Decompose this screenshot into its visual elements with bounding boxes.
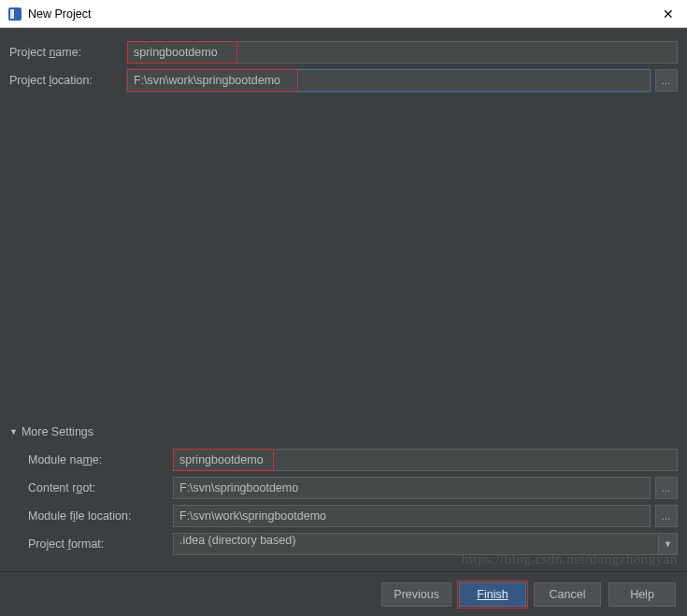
row-project-location: Project location: …: [0, 66, 687, 94]
module-name-input[interactable]: [274, 449, 678, 471]
project-location-input[interactable]: [298, 69, 651, 92]
label-project-location: Project location:: [9, 74, 127, 87]
dialog-body: Project name: Project location: … ▼ More…: [0, 28, 687, 616]
label-project-format: Project format:: [28, 537, 173, 551]
label-module-file-location: Module file location:: [28, 509, 173, 523]
expand-triangle-icon: ▼: [9, 427, 18, 437]
titlebar: New Project ✕: [0, 0, 687, 28]
titlebar-left: New Project: [7, 7, 91, 21]
label-content-root: Content root:: [28, 481, 173, 494]
row-content-root: Content root: …: [9, 474, 678, 502]
module-file-location-input[interactable]: [173, 505, 651, 527]
browse-content-root-button[interactable]: …: [655, 477, 678, 499]
more-settings-section: ▼ More Settings Module name: Content roo…: [0, 422, 687, 567]
more-settings-toggle[interactable]: ▼ More Settings: [9, 422, 678, 446]
row-project-name: Project name:: [0, 28, 687, 66]
close-icon[interactable]: ✕: [657, 7, 680, 21]
app-icon: [7, 7, 22, 21]
row-module-file-location: Module file location: …: [9, 502, 678, 530]
module-name-input-hl[interactable]: [173, 449, 274, 471]
svg-rect-1: [10, 9, 14, 19]
previous-button[interactable]: Previous: [381, 582, 451, 607]
browse-module-file-button[interactable]: …: [655, 505, 678, 527]
finish-button[interactable]: Finish: [459, 582, 526, 607]
label-project-name: Project name:: [9, 46, 127, 59]
row-project-format: Project format: .idea (directory based) …: [9, 530, 678, 558]
browse-location-button[interactable]: …: [655, 69, 678, 92]
previous-button-label: Previous: [394, 588, 439, 601]
cancel-button[interactable]: Cancel: [534, 582, 601, 607]
project-location-input-hl[interactable]: [127, 69, 298, 92]
more-settings-label: More Settings: [21, 425, 93, 438]
finish-button-label: Finish: [477, 588, 508, 601]
project-format-select[interactable]: .idea (directory based) ▼: [173, 533, 678, 555]
project-name-input-ext[interactable]: [237, 41, 678, 64]
window-title: New Project: [28, 7, 91, 21]
help-button-label: Help: [630, 588, 654, 601]
chevron-down-icon: ▼: [659, 533, 678, 555]
button-bar: Previous Finish Cancel Help: [0, 571, 687, 616]
cancel-button-label: Cancel: [550, 588, 586, 601]
help-button[interactable]: Help: [608, 582, 676, 607]
project-name-input[interactable]: [127, 41, 237, 64]
content-root-input[interactable]: [173, 477, 651, 499]
project-format-value: .idea (directory based): [173, 533, 659, 555]
label-module-name: Module name:: [28, 453, 173, 466]
row-module-name: Module name:: [9, 446, 678, 474]
